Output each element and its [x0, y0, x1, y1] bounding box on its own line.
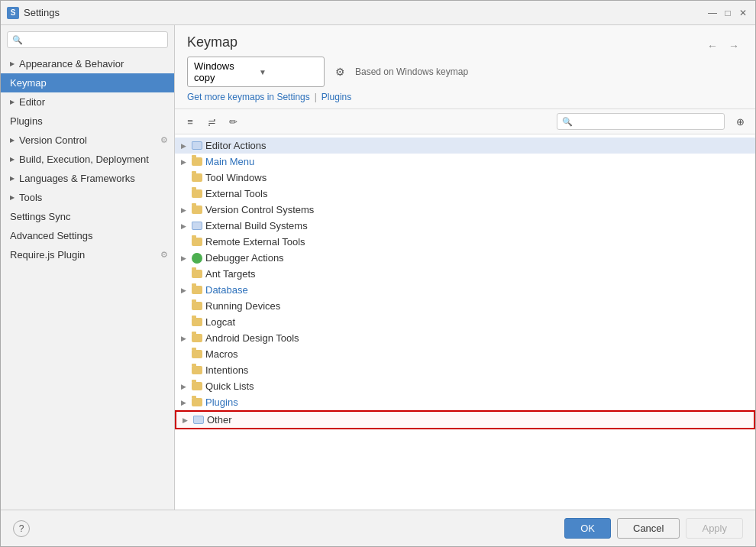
maximize-button[interactable]: □: [722, 7, 734, 19]
expand-arrow-icon: ▶: [181, 206, 192, 214]
tree-item-other[interactable]: ▶ Other: [175, 410, 755, 429]
tree-item-label: Version Control Systems: [205, 204, 314, 215]
sidebar-item-tools[interactable]: Tools: [1, 188, 174, 207]
edit-shortcut-button[interactable]: ✏: [224, 112, 242, 131]
minimize-button[interactable]: —: [706, 7, 719, 19]
expand-arrow-icon: ▶: [181, 254, 192, 262]
expand-arrow-icon: ▶: [181, 142, 192, 150]
tree-item-debugger[interactable]: ▶ Debugger Actions: [175, 250, 755, 266]
main-panel: Keymap ← → Windows copy ▼ ⚙ Based on Win…: [175, 25, 755, 510]
sidebar-item-label: Plugins: [10, 115, 43, 127]
titlebar: S Settings — □ ✕: [1, 1, 755, 25]
sidebar-item-requirejs[interactable]: Require.js Plugin ⚙: [1, 245, 174, 264]
green-circle-icon: [192, 253, 202, 264]
panel-title: Keymap: [187, 34, 237, 50]
folder-icon: [192, 286, 202, 294]
tree-item-label: Database: [205, 284, 248, 296]
expand-arrow-icon: ▶: [181, 399, 192, 406]
sidebar-item-editor[interactable]: Editor: [1, 92, 174, 112]
folder-icon: [192, 238, 202, 246]
ok-button[interactable]: OK: [564, 518, 611, 539]
expand-all-button[interactable]: ≡: [181, 112, 199, 131]
sidebar-search-box[interactable]: 🔍: [7, 31, 168, 48]
tree-item-main-menu[interactable]: ▶ Main Menu: [175, 154, 755, 170]
forward-button[interactable]: →: [725, 37, 743, 55]
folder-icon: [192, 398, 202, 406]
tree-item-database[interactable]: ▶ Database: [175, 282, 755, 298]
sidebar-item-appearance[interactable]: Appearance & Behavior: [1, 54, 174, 73]
tree-search-box[interactable]: 🔍: [557, 113, 725, 130]
sidebar-item-label: Advanced Settings: [10, 230, 92, 241]
collapse-all-button[interactable]: ≓: [202, 112, 221, 131]
folder-special-icon: [192, 222, 202, 230]
keymap-value: Windows copy: [194, 60, 253, 83]
folder-icon: [192, 334, 202, 342]
tree-item-label: Logcat: [205, 316, 235, 328]
back-button[interactable]: ←: [703, 37, 722, 55]
tree-item-label: External Build Systems: [205, 220, 308, 231]
keymap-dropdown[interactable]: Windows copy ▼: [187, 57, 325, 87]
folder-icon: [192, 173, 202, 182]
expand-arrow-icon: ▶: [183, 416, 193, 424]
folder-icon: [192, 382, 202, 390]
tree-item-external-tools[interactable]: External Tools: [175, 186, 755, 202]
tree-item-intentions[interactable]: Intentions: [175, 362, 755, 378]
tree-item-label: Plugins: [205, 396, 238, 408]
expand-arrow-icon: ▶: [181, 383, 192, 390]
tree-item-logcat[interactable]: Logcat: [175, 314, 755, 330]
tree-item-label: Running Devices: [205, 300, 280, 312]
sidebar-item-label: Version Control: [19, 134, 87, 146]
tree-item-macros[interactable]: Macros: [175, 346, 755, 362]
tree-search-icon: 🔍: [562, 117, 573, 127]
folder-special-icon: [193, 416, 204, 424]
based-on-label: Based on Windows keymap: [355, 66, 468, 77]
sidebar-item-build[interactable]: Build, Execution, Deployment: [1, 150, 174, 169]
search-icon: 🔍: [12, 35, 23, 45]
tree-item-external-build[interactable]: ▶ External Build Systems: [175, 218, 755, 234]
tree-search-input[interactable]: [576, 116, 719, 127]
sidebar-item-languages[interactable]: Languages & Frameworks: [1, 169, 174, 188]
tree-item-editor-actions[interactable]: ▶ Editor Actions: [175, 138, 755, 154]
tree-item-android-design[interactable]: ▶ Android Design Tools: [175, 330, 755, 346]
sidebar-item-settings-sync[interactable]: Settings Sync: [1, 207, 174, 226]
tree-item-remote-external[interactable]: Remote External Tools: [175, 234, 755, 250]
tree-item-label: Debugger Actions: [205, 252, 284, 264]
tree-item-label: External Tools: [205, 188, 267, 199]
cancel-button[interactable]: Cancel: [617, 518, 680, 539]
tree-item-quick-lists[interactable]: ▶ Quick Lists: [175, 378, 755, 394]
tree-item-label: Macros: [205, 348, 238, 360]
content-area: 🔍 Appearance & Behavior Keymap Editor Pl…: [1, 25, 755, 510]
folder-icon: [192, 270, 202, 278]
tree-item-label: Other: [207, 414, 232, 426]
settings-window: S Settings — □ ✕ 🔍 Appearance & Behavior…: [0, 0, 756, 547]
plugins-link[interactable]: Plugins: [321, 92, 351, 102]
close-button[interactable]: ✕: [737, 7, 749, 19]
sidebar-item-version-control[interactable]: Version Control ⚙: [1, 131, 174, 150]
folder-special-icon: [192, 141, 202, 150]
requirejs-badge: ⚙: [160, 250, 168, 260]
find-usages-button[interactable]: ⊕: [731, 112, 749, 131]
sidebar-item-label: Keymap: [10, 77, 47, 89]
sidebar-search-input[interactable]: [26, 34, 163, 45]
sidebar-item-keymap[interactable]: Keymap: [1, 73, 174, 92]
get-more-keymaps-link[interactable]: Get more keymaps in Settings: [187, 92, 310, 102]
keymap-tree: ▶ Editor Actions ▶ Main Menu Tool Window…: [175, 134, 755, 510]
sidebar-item-plugins[interactable]: Plugins: [1, 112, 174, 131]
tree-item-tool-windows[interactable]: Tool Windows: [175, 170, 755, 186]
folder-icon: [192, 302, 202, 310]
tree-item-label: Tool Windows: [205, 172, 267, 183]
keymap-gear-button[interactable]: ⚙: [331, 63, 349, 81]
help-button[interactable]: ?: [13, 520, 30, 537]
links-row: Get more keymaps in Settings | Plugins: [187, 92, 743, 102]
tree-item-ant[interactable]: Ant Targets: [175, 266, 755, 282]
tree-item-plugins[interactable]: ▶ Plugins: [175, 394, 755, 410]
apply-button[interactable]: Apply: [686, 518, 743, 539]
dropdown-arrow-icon: ▼: [259, 68, 318, 76]
sidebar-item-advanced-settings[interactable]: Advanced Settings: [1, 226, 174, 245]
sidebar-item-label: Appearance & Behavior: [19, 58, 124, 70]
tree-item-running-devices[interactable]: Running Devices: [175, 298, 755, 314]
sidebar-item-label: Tools: [19, 192, 42, 203]
tree-item-vcs[interactable]: ▶ Version Control Systems: [175, 202, 755, 218]
folder-icon: [192, 318, 202, 326]
folder-icon: [192, 157, 202, 166]
